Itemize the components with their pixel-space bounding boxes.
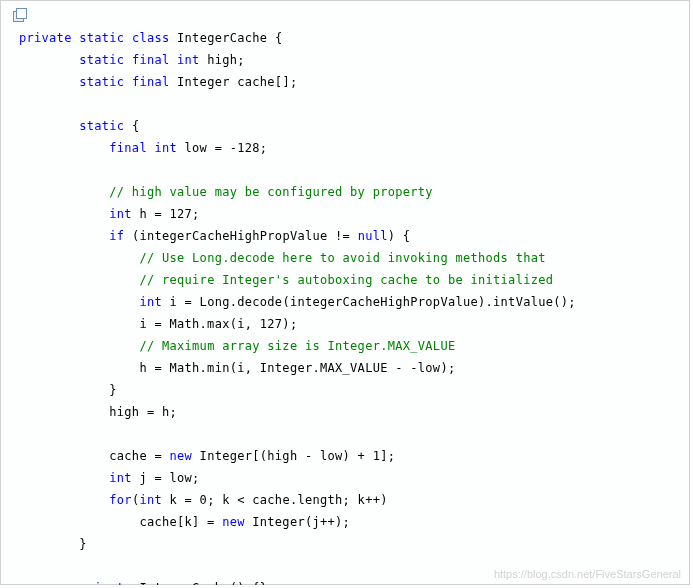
keyword-token: int — [109, 471, 132, 485]
keyword-token: new — [222, 515, 245, 529]
keyword-token: static — [79, 75, 124, 89]
keyword-token: int — [177, 53, 200, 67]
toolbar-top — [11, 7, 689, 23]
keyword-token: final — [132, 75, 170, 89]
keyword-token: private — [79, 581, 132, 585]
code-block-container: private static class IntegerCache { stat… — [0, 0, 690, 585]
comment-token: // require Integer's autoboxing cache to… — [139, 273, 553, 287]
keyword-token: final — [132, 53, 170, 67]
keyword-token: class — [132, 31, 170, 45]
keyword-token: final — [109, 141, 147, 155]
keyword-token: null — [358, 229, 388, 243]
comment-token: // high value may be configured by prope… — [109, 185, 433, 199]
keyword-token: static — [79, 119, 124, 133]
comment-token: // Maximum array size is Integer.MAX_VAL… — [139, 339, 455, 353]
copy-icon[interactable] — [13, 9, 27, 21]
keyword-token: int — [154, 141, 177, 155]
keyword-token: int — [109, 207, 132, 221]
comment-token: // Use Long.decode here to avoid invokin… — [139, 251, 545, 265]
keyword-token: static — [79, 53, 124, 67]
keyword-token: new — [170, 449, 193, 463]
keyword-token: int — [139, 295, 162, 309]
keyword-token: if — [109, 229, 124, 243]
source-code[interactable]: private static class IntegerCache { stat… — [11, 23, 689, 585]
keyword-token: static — [79, 31, 124, 45]
keyword-token: int — [139, 493, 162, 507]
watermark-text: https://blog.csdn.net/FiveStarsGeneral — [494, 568, 681, 580]
keyword-token: private — [19, 31, 72, 45]
keyword-token: for — [109, 493, 132, 507]
